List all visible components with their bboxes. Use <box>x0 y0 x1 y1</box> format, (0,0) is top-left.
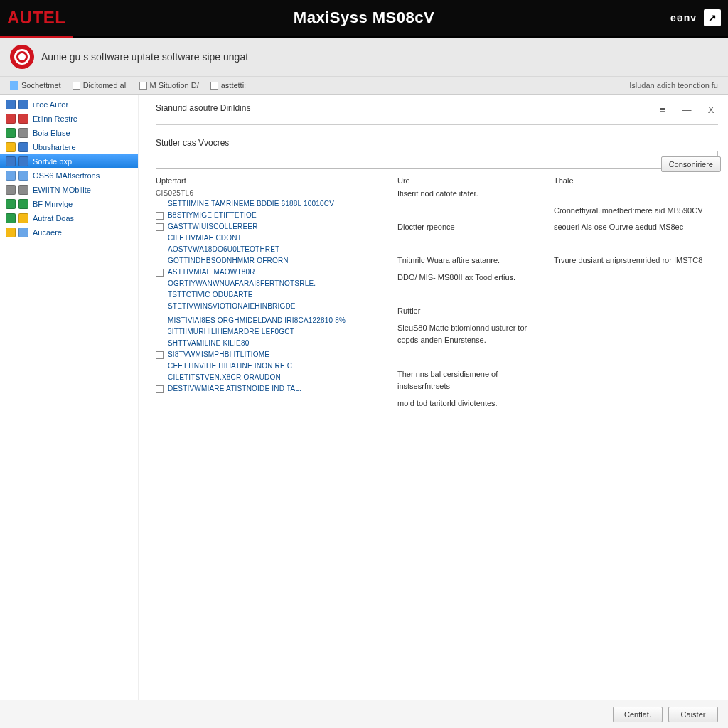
checkbox-icon[interactable] <box>156 223 164 231</box>
checkbox-icon[interactable] <box>156 351 164 359</box>
description-text: Itiserit nod catote itater. <box>397 188 540 200</box>
description-text: Tnitnrilc Wuara aftire satanre. <box>397 255 540 267</box>
sidebar-item[interactable]: EWIITN MObilite <box>0 183 138 197</box>
footer-button-2[interactable]: Caister <box>668 707 718 722</box>
sidebar-item[interactable]: Sortvle bxp <box>0 154 138 168</box>
update-row[interactable]: GOTTINDHBSODNhmmr ofrorn <box>156 255 383 267</box>
update-row[interactable]: OGRTIYWANWNUAFARAI8Fertnotsrle. <box>156 278 383 289</box>
confirm-button[interactable]: Consoniriere <box>661 156 721 172</box>
checkbox-icon <box>156 200 164 208</box>
search-input[interactable] <box>156 151 718 169</box>
close-icon[interactable]: X <box>704 105 718 115</box>
top-right-text: eənv <box>670 12 697 23</box>
sidebar-label: utee Auter <box>33 100 68 109</box>
update-row[interactable]: STETIVWINSVIOTIONAIEHInbrigde <box>156 301 383 315</box>
sidebar-icon <box>18 156 28 166</box>
sidebar-label: OSB6 MAtlserfrons <box>33 171 100 180</box>
sidebar-item[interactable]: Boia Eluse <box>0 126 138 140</box>
expand-icon[interactable]: ↗ <box>704 9 721 26</box>
sidebar-item[interactable]: Ubushartere <box>0 140 138 154</box>
update-row[interactable]: CEETTINVIHE HIHatine inon re c <box>156 360 383 372</box>
sidebar-icon <box>18 171 28 181</box>
update-row[interactable]: SI8TVWMISMPHBI ITLITIOME <box>156 349 383 360</box>
sidebar-item[interactable]: BF Mnrvlge <box>0 197 138 211</box>
toolbar-item[interactable]: Sochettmet <box>6 80 65 91</box>
sub-title: Aunie gu s software uptate software sipe… <box>41 51 248 63</box>
description-text: moid tod taritorld diviotentes. <box>397 397 540 410</box>
title-bar: MaxiSyss MS08cV <box>0 9 728 27</box>
sidebar-icon <box>18 199 28 209</box>
update-row[interactable]: CILETIVMIAE CDONT <box>156 232 383 244</box>
update-label: GASTTWIUISCOllereer <box>168 222 258 232</box>
checkbox-icon <box>156 374 164 382</box>
update-label: SHTTVAMILINE KILIE80 <box>168 338 249 348</box>
detail-text <box>554 188 718 200</box>
sidebar-label: Sortvle bxp <box>33 157 72 166</box>
brand-logo: AUTEL <box>7 8 66 28</box>
update-row[interactable]: AOSTVWA18DO6U0LTeothret <box>156 244 383 255</box>
update-label: AOSTVWA18DO6U0LTeothret <box>168 245 279 255</box>
sidebar-icon <box>6 156 16 166</box>
update-label: SI8TVWMISMPHBI ITLITIOME <box>168 350 269 360</box>
update-row[interactable]: GASTTWIUISCOllereer <box>156 221 383 232</box>
update-row[interactable]: SHTTVAMILINE KILIE80 <box>156 338 383 349</box>
checkbox-icon[interactable] <box>73 82 80 90</box>
main-header: Sianurid asoutre Dirildins <box>156 100 250 119</box>
sidebar-icon <box>6 171 16 181</box>
update-row[interactable]: TSTTCTIVIC ODUBARTE <box>156 289 383 301</box>
col-head-right: Thale <box>554 176 574 185</box>
update-label: TSTTCTIVIC ODUBARTE <box>168 290 253 300</box>
checkbox-icon[interactable] <box>156 269 164 277</box>
sidebar-item[interactable]: utee Auter <box>0 97 138 112</box>
detail-text <box>554 238 718 251</box>
toolbar-item[interactable]: M Situotion D/ <box>135 80 203 91</box>
sidebar-icon <box>6 100 16 109</box>
update-row[interactable]: B8STIYMIGE ETIFTETIOE <box>156 210 383 221</box>
checkbox-icon <box>156 291 164 299</box>
description-text <box>397 289 540 301</box>
tool-icon <box>10 81 18 90</box>
col-right: Thale Consoniriere Cronneffiyral.imnetbe… <box>554 176 718 414</box>
update-label: B8STIYMIGE ETIFTETIOE <box>168 210 257 220</box>
sidebar-icon <box>18 100 28 109</box>
update-label: CILETITSTVEN.X8cr oraudon <box>168 373 281 382</box>
description-text: SleuS80 Matte btiomionnd usturer tor cop… <box>397 322 540 347</box>
update-row[interactable]: 3ITTIIMURHILIHEmardre leF0GCT <box>156 326 383 338</box>
update-row[interactable]: ASTTIVMIAE MAOWT80R <box>156 267 383 278</box>
checkbox-icon <box>156 257 164 265</box>
sidebar-item[interactable]: Autrat Doas <box>0 211 138 225</box>
col-mid: Ure Itiserit nod catote itater. Dioctter… <box>397 176 540 414</box>
update-row[interactable]: MISTIVIAI8ES ORGhmideldand Iri8cA122810 … <box>156 315 383 326</box>
description-text: DDO/ MIS- MS80II ax Tood ertius. <box>397 272 540 284</box>
sidebar-item[interactable]: Etilnn Restre <box>0 112 138 126</box>
description-text <box>397 238 540 251</box>
sidebar-icon <box>18 213 28 223</box>
checkbox-icon[interactable] <box>156 212 164 220</box>
description-text <box>397 351 540 364</box>
update-row[interactable]: SETTIIMINE TAMRINEME BDDIE 6188L 10010CV <box>156 198 383 210</box>
toolbar-item[interactable]: Dicitomed all <box>68 80 132 91</box>
col-head-left: Uptertart <box>156 176 186 185</box>
toolbar-item[interactable]: asttetti: <box>206 80 250 91</box>
update-row[interactable]: CILETITSTVEN.X8cr oraudon <box>156 372 383 383</box>
update-label: OGRTIYWANWNUAFARAI8Fertnotsrle. <box>168 279 316 289</box>
sidebar-item[interactable]: OSB6 MAtlserfrons <box>0 168 138 183</box>
sidebar-item[interactable]: Aucaere <box>0 225 138 240</box>
sidebar-label: Ubushartere <box>33 143 76 151</box>
checkbox-icon[interactable] <box>156 385 164 393</box>
sidebar-icon <box>6 114 16 124</box>
checkbox-icon[interactable] <box>139 82 147 90</box>
description-text: Ther nns bal cersidismene of instsesrfnt… <box>397 368 540 393</box>
minimize-icon[interactable]: — <box>680 105 694 115</box>
checkbox-icon <box>156 340 164 348</box>
sidebar-label: BF Mnrvlge <box>33 200 73 208</box>
sidebar-icon <box>6 128 16 138</box>
update-row[interactable]: DESTIVWMIARE atistnoide Ind tal. <box>156 383 383 395</box>
toolbar-label: Dicitomed all <box>83 81 128 90</box>
update-label: ASTTIVMIAE MAOWT80R <box>168 267 255 277</box>
checkbox-icon[interactable] <box>210 82 218 90</box>
divider <box>156 124 718 125</box>
menu-icon[interactable]: ≡ <box>655 105 670 115</box>
sidebar-icon <box>6 185 16 195</box>
footer-button-1[interactable]: Centlat. <box>613 707 663 722</box>
